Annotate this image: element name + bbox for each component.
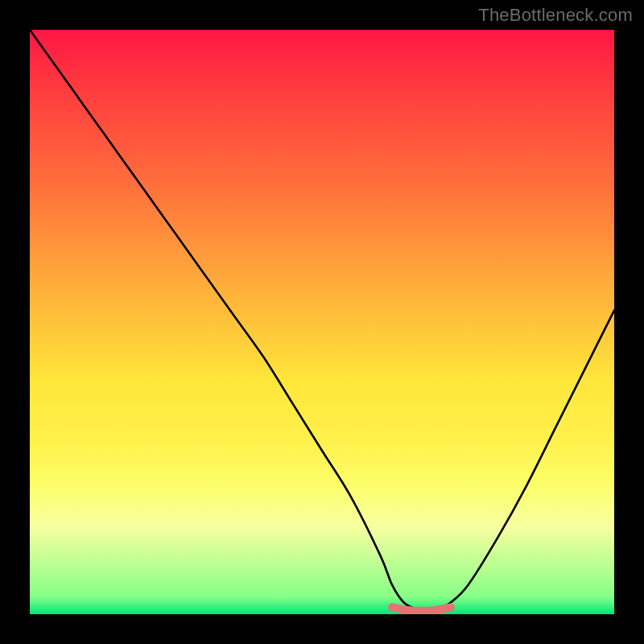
optimal-band [392, 607, 451, 611]
bottleneck-curve [30, 30, 614, 609]
watermark-text: TheBottleneck.com [478, 5, 633, 26]
curve-svg [30, 30, 614, 614]
plot-area [30, 30, 614, 614]
chart-frame: TheBottleneck.com [0, 0, 644, 644]
